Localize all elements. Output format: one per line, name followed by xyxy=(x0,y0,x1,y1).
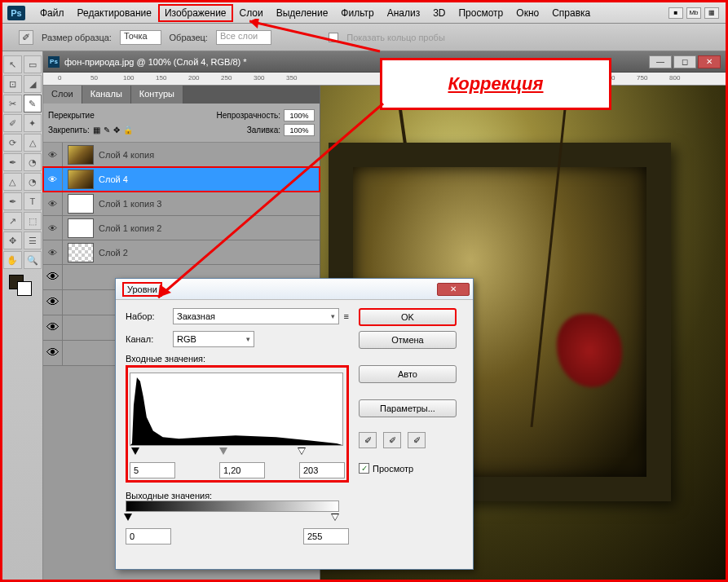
black-eyedropper-icon[interactable]: ✐ xyxy=(359,432,377,448)
tab-channels[interactable]: Каналы xyxy=(82,86,131,104)
layer-row-selected[interactable]: 👁 Слой 4 xyxy=(43,167,320,192)
layer-row[interactable]: 👁 Слой 4 копия xyxy=(43,143,320,167)
tool-blur[interactable]: △ xyxy=(3,173,22,191)
menu-edit[interactable]: Редактирование xyxy=(71,4,158,22)
visibility-icon[interactable]: 👁 xyxy=(43,315,63,340)
visibility-icon[interactable]: 👁 xyxy=(43,290,63,315)
tool-stamp[interactable]: ⟳ xyxy=(3,134,22,152)
preview-checkbox[interactable]: ✓ xyxy=(359,463,369,474)
tool-history[interactable]: △ xyxy=(24,134,42,152)
output-slider-track[interactable] xyxy=(126,514,349,525)
dialog-close-button[interactable]: ✕ xyxy=(437,283,470,296)
menu-select[interactable]: Выделение xyxy=(270,4,335,22)
visibility-icon[interactable]: 👁 xyxy=(43,167,63,191)
tool-move[interactable]: ↖ xyxy=(3,55,22,73)
tool-preset-icon[interactable]: ✐ xyxy=(19,30,33,45)
maximize-button[interactable]: ◻ xyxy=(673,55,696,68)
tool-path[interactable]: ↗ xyxy=(3,212,22,230)
visibility-icon[interactable]: 👁 xyxy=(43,341,63,365)
options-button[interactable]: Параметры... xyxy=(359,399,457,417)
output-white-field[interactable]: 255 xyxy=(303,528,349,545)
visibility-icon[interactable]: 👁 xyxy=(43,192,63,215)
dialog-titlebar[interactable]: Уровни ✕ xyxy=(116,279,473,300)
gamma-slider[interactable] xyxy=(219,448,227,455)
input-white-field[interactable]: 203 xyxy=(299,462,345,478)
layer-thumbnail[interactable] xyxy=(68,145,94,165)
color-swatches[interactable] xyxy=(6,275,39,304)
menu-image[interactable]: Изображение xyxy=(158,4,233,22)
layer-row[interactable]: 👁 Слой 1 копия 3 xyxy=(43,192,320,216)
tool-pen[interactable]: ✒ xyxy=(3,192,22,210)
tool-brush[interactable]: ✦ xyxy=(24,114,42,132)
layer-row[interactable]: 👁 Слой 2 xyxy=(43,240,320,265)
tab-layers[interactable]: Слои xyxy=(43,86,82,104)
menu-view[interactable]: Просмотр xyxy=(452,4,510,22)
sample-dropdown[interactable]: Все слои xyxy=(216,30,271,45)
workspace-btn-1[interactable]: ■ xyxy=(668,7,683,19)
cancel-button[interactable]: Отмена xyxy=(359,331,457,349)
minimize-button[interactable]: — xyxy=(649,55,672,68)
white-eyedropper-icon[interactable]: ✐ xyxy=(408,432,426,448)
lock-transparent-icon[interactable]: ▦ xyxy=(93,126,100,134)
opacity-value[interactable]: 100% xyxy=(284,109,315,121)
tool-wand[interactable]: ◢ xyxy=(24,75,42,93)
gray-eyedropper-icon[interactable]: ✐ xyxy=(383,432,401,448)
visibility-icon[interactable]: 👁 xyxy=(43,265,63,289)
menu-filter[interactable]: Фильтр xyxy=(334,4,380,22)
preset-dropdown[interactable]: Заказная xyxy=(173,308,339,324)
preset-menu-icon[interactable]: ≡ xyxy=(344,311,349,321)
tool-eraser[interactable]: ✒ xyxy=(3,153,22,171)
input-gamma-field[interactable]: 1,20 xyxy=(219,462,265,478)
lock-all-icon[interactable]: 🔒 xyxy=(123,126,133,134)
tool-hand[interactable]: ✋ xyxy=(3,251,22,269)
tool-3d[interactable]: ✥ xyxy=(3,231,22,249)
visibility-icon[interactable]: 👁 xyxy=(43,143,63,166)
tool-shape[interactable]: ⬚ xyxy=(24,212,42,230)
tool-marquee[interactable]: ▭ xyxy=(24,55,42,73)
tool-dodge[interactable]: ◔ xyxy=(24,173,42,191)
background-color[interactable] xyxy=(17,281,32,296)
preview-label: Просмотр xyxy=(373,464,413,474)
menu-layer[interactable]: Слои xyxy=(233,4,270,22)
tool-3dcam[interactable]: ☰ xyxy=(24,231,42,249)
tool-zoom[interactable]: 🔍 xyxy=(24,251,42,269)
visibility-icon[interactable]: 👁 xyxy=(43,216,63,240)
menu-help[interactable]: Справка xyxy=(545,4,597,22)
layer-row[interactable]: 👁 Слой 1 копия 2 xyxy=(43,216,320,240)
layer-thumbnail[interactable] xyxy=(68,194,94,214)
tool-heal[interactable]: ✐ xyxy=(3,114,22,132)
menu-window[interactable]: Окно xyxy=(510,4,545,22)
layer-thumbnail[interactable] xyxy=(68,243,94,262)
white-point-slider[interactable] xyxy=(298,448,306,455)
tool-eyedropper[interactable]: ✎ xyxy=(24,95,42,112)
tool-lasso[interactable]: ⊡ xyxy=(3,75,22,93)
workspace-btn-3[interactable]: ▦ xyxy=(704,7,719,19)
output-black-field[interactable]: 0 xyxy=(126,528,171,545)
menu-analysis[interactable]: Анализ xyxy=(381,4,427,22)
menu-file[interactable]: Файл xyxy=(33,4,71,22)
auto-button[interactable]: Авто xyxy=(359,365,457,383)
output-black-slider[interactable] xyxy=(124,514,132,521)
menu-3d[interactable]: 3D xyxy=(426,4,452,22)
show-ring-checkbox[interactable] xyxy=(329,33,338,42)
input-black-field[interactable]: 5 xyxy=(130,462,175,478)
sample-size-dropdown[interactable]: Точка xyxy=(120,30,161,45)
lock-pixels-icon[interactable]: ✎ xyxy=(104,126,110,134)
channel-dropdown[interactable]: RGB xyxy=(173,331,254,347)
visibility-icon[interactable]: 👁 xyxy=(43,240,63,264)
layer-thumbnail[interactable] xyxy=(68,218,94,238)
lock-position-icon[interactable]: ✥ xyxy=(113,126,120,134)
close-button[interactable]: ✕ xyxy=(698,55,721,68)
tool-crop[interactable]: ✂ xyxy=(3,95,22,112)
workspace-btn-2[interactable]: Mb xyxy=(686,7,701,19)
tool-gradient[interactable]: ◔ xyxy=(24,153,42,171)
blend-mode-dropdown[interactable]: Перекрытие xyxy=(48,111,162,120)
layer-thumbnail[interactable] xyxy=(68,170,94,189)
ok-button[interactable]: OK xyxy=(359,308,457,326)
tool-type[interactable]: T xyxy=(24,192,42,210)
black-point-slider[interactable] xyxy=(131,448,139,455)
tab-paths[interactable]: Контуры xyxy=(131,86,183,104)
input-slider-track[interactable] xyxy=(130,448,345,459)
output-white-slider[interactable] xyxy=(331,514,339,521)
fill-value[interactable]: 100% xyxy=(284,124,315,136)
